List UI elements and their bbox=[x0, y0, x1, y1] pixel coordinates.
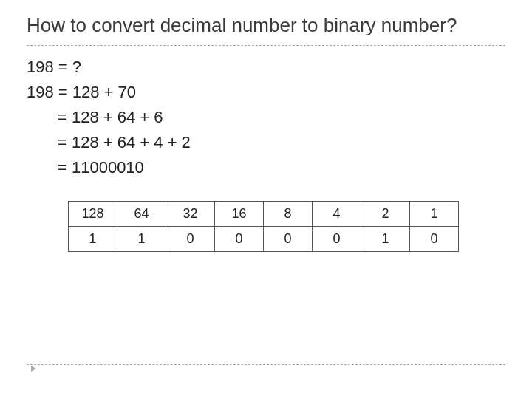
table-value-cell: 0 bbox=[313, 226, 361, 251]
step-line-2: 198 = 128 + 70 bbox=[27, 80, 505, 105]
table-row: 1 1 0 0 0 0 1 0 bbox=[69, 226, 459, 251]
table-value-cell: 0 bbox=[410, 226, 459, 251]
table-header-cell: 32 bbox=[166, 201, 215, 226]
table-row: 128 64 32 16 8 4 2 1 bbox=[69, 201, 459, 226]
table-header-cell: 64 bbox=[117, 201, 166, 226]
page-title: How to convert decimal number to binary … bbox=[27, 13, 505, 45]
table-header-cell: 4 bbox=[313, 201, 361, 226]
binary-table: 128 64 32 16 8 4 2 1 1 1 0 0 0 0 1 0 bbox=[68, 201, 459, 252]
binary-table-wrap: 128 64 32 16 8 4 2 1 1 1 0 0 0 0 1 0 bbox=[27, 201, 505, 252]
footer-divider bbox=[27, 364, 505, 365]
table-value-cell: 0 bbox=[215, 226, 264, 251]
table-value-cell: 1 bbox=[361, 226, 410, 251]
conversion-steps: 198 = ? 198 = 128 + 70 = 128 + 64 + 6 = … bbox=[27, 52, 505, 180]
title-divider bbox=[27, 45, 505, 46]
table-value-cell: 1 bbox=[117, 226, 166, 251]
step-line-5: = 11000010 bbox=[27, 155, 505, 180]
table-value-cell: 1 bbox=[69, 226, 117, 251]
table-header-cell: 16 bbox=[215, 201, 264, 226]
step-line-3: = 128 + 64 + 6 bbox=[27, 105, 505, 130]
table-header-cell: 1 bbox=[410, 201, 459, 226]
step-line-4: = 128 + 64 + 4 + 2 bbox=[27, 130, 505, 155]
table-value-cell: 0 bbox=[264, 226, 313, 251]
svg-marker-0 bbox=[31, 366, 36, 372]
table-header-cell: 8 bbox=[264, 201, 313, 226]
step-line-1: 198 = ? bbox=[27, 55, 505, 80]
table-header-cell: 128 bbox=[69, 201, 117, 226]
table-value-cell: 0 bbox=[166, 226, 215, 251]
table-header-cell: 2 bbox=[361, 201, 410, 226]
bullet-icon bbox=[30, 365, 37, 372]
